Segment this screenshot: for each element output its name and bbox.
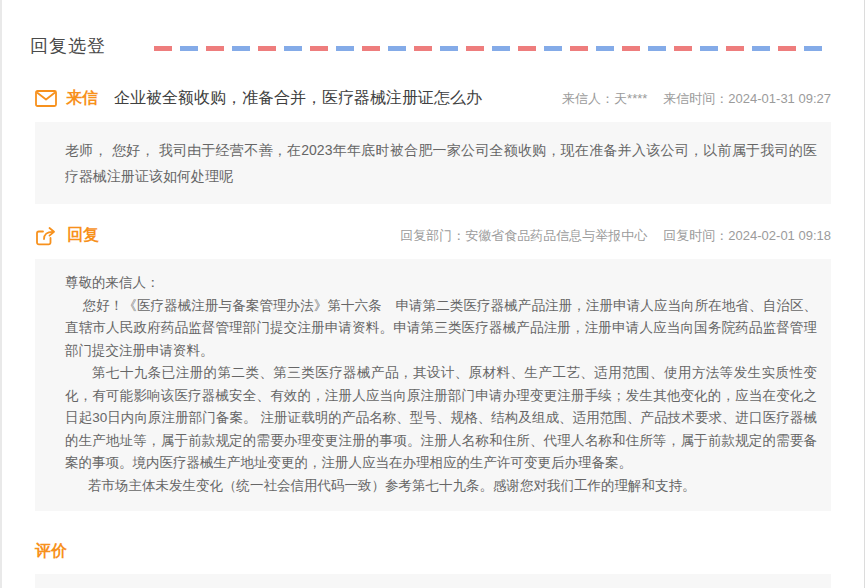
letter-meta: 来信人：天****来信时间：2024-01-31 09:27 xyxy=(562,90,831,108)
reply-dept-value: 安徽省食品药品信息与举报中心 xyxy=(465,228,647,243)
page-header: 回复选登 xyxy=(30,34,831,58)
reply-paragraph: 您好！《医疗器械注册与备案管理办法》第十六条 申请第二类医疗器械产品注册，注册申… xyxy=(65,295,817,363)
letter-section-header: 来信 企业被全额收购，准备合并，医疗器械注册证怎么办 来信人：天****来信时间… xyxy=(35,88,831,109)
letter-body-text: 老师， 您好， 我司由于经营不善，在2023年年底时被合肥一家公司全额收购，现在… xyxy=(65,137,817,189)
reply-time-value: 2024-02-01 09:18 xyxy=(728,228,831,243)
evaluation-section-label: 评价 xyxy=(35,541,67,562)
page-title: 回复选登 xyxy=(30,34,106,58)
letter-section: 来信 企业被全额收购，准备合并，医疗器械注册证怎么办 来信人：天****来信时间… xyxy=(30,88,831,204)
reply-selection-page: 回复选登 来信 企业被全额收购，准备合并，医疗器械注册证怎么办 来信人：天***… xyxy=(0,0,865,588)
decorative-dashed-line xyxy=(154,46,825,51)
sender-value: 天**** xyxy=(614,91,647,106)
letter-body: 老师， 您好， 我司由于经营不善，在2023年年底时被合肥一家公司全额收购，现在… xyxy=(35,122,831,204)
reply-meta: 回复部门：安徽省食品药品信息与举报中心回复时间：2024-02-01 09:18 xyxy=(400,227,831,245)
reply-section: 回复 回复部门：安徽省食品药品信息与举报中心回复时间：2024-02-01 09… xyxy=(30,225,831,511)
evaluation-section-header: 评价 xyxy=(35,541,831,562)
reply-paragraph: 若市场主体未发生变化（统一社会信用代码一致）参考第七十九条。感谢您对我们工作的理… xyxy=(65,475,817,498)
letter-section-label: 来信 xyxy=(66,88,98,109)
sender-label: 来信人： xyxy=(562,91,614,106)
reply-section-header: 回复 回复部门：安徽省食品药品信息与举报中心回复时间：2024-02-01 09… xyxy=(35,225,831,246)
reply-section-label: 回复 xyxy=(67,225,99,246)
evaluation-body: 满意 xyxy=(35,574,831,588)
reply-dept-label: 回复部门： xyxy=(400,228,465,243)
reply-paragraph: 尊敬的来信人： xyxy=(65,272,817,295)
envelope-icon xyxy=(35,90,57,107)
letter-subject: 企业被全额收购，准备合并，医疗器械注册证怎么办 xyxy=(114,88,482,109)
reply-body: 尊敬的来信人： 您好！《医疗器械注册与备案管理办法》第十六条 申请第二类医疗器械… xyxy=(35,259,831,511)
share-reply-icon xyxy=(35,226,58,246)
reply-paragraph: 第七十九条已注册的第二类、第三类医疗器械产品，其设计、原材料、生产工艺、适用范围… xyxy=(65,362,817,475)
letter-time-value: 2024-01-31 09:27 xyxy=(728,91,831,106)
reply-time-label: 回复时间： xyxy=(663,228,728,243)
letter-time-label: 来信时间： xyxy=(663,91,728,106)
evaluation-section: 评价 满意 xyxy=(30,541,831,588)
